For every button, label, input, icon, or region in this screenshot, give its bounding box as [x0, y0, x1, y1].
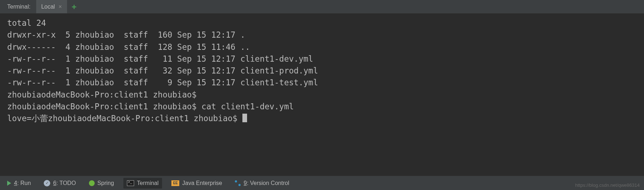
- tool-todo[interactable]: ✓ 6: TODO: [44, 180, 76, 186]
- watermark: https://blog.csdn.net/qwe86314: [575, 182, 640, 188]
- plus-icon: +: [72, 2, 76, 11]
- terminal-prompt: love=小蕾zhoubiaodeMacBook-Pro:client1 zho…: [7, 114, 242, 123]
- tool-label: 6: TODO: [53, 180, 76, 186]
- spring-icon: [89, 180, 95, 186]
- tool-label: 9: Version Control: [243, 180, 289, 186]
- terminal-line: zhoubiaodeMacBook-Pro:client1 zhoubiao$ …: [7, 102, 294, 111]
- add-tab-button[interactable]: +: [67, 0, 81, 13]
- vcs-icon: [235, 180, 241, 186]
- tab-label: Local: [41, 4, 55, 10]
- terminal-line: zhoubiaodeMacBook-Pro:client1 zhoubiao$: [7, 90, 202, 99]
- terminal-header: Terminal: Local × +: [0, 0, 644, 14]
- terminal-line: total 24: [7, 18, 46, 28]
- terminal-line: -rw-r--r-- 1 zhoubiao staff 32 Sep 15 12…: [7, 66, 318, 75]
- terminal-tab-local[interactable]: Local ×: [36, 0, 67, 13]
- tool-label: Terminal: [137, 180, 158, 186]
- terminal-line: -rw-r--r-- 1 zhoubiao staff 11 Sep 15 12…: [7, 54, 313, 63]
- terminal-line: drwx------ 4 zhoubiao staff 128 Sep 15 1…: [7, 42, 250, 52]
- tool-label: Spring: [98, 180, 114, 186]
- tool-window-bar: 4: Run ✓ 6: TODO Spring Terminal EE Java…: [0, 176, 644, 190]
- tool-java-enterprise[interactable]: EE Java Enterprise: [171, 180, 222, 186]
- tool-label: 4: Run: [14, 180, 31, 186]
- tool-label: Java Enterprise: [182, 180, 222, 186]
- terminal-output[interactable]: total 24 drwxr-xr-x 5 zhoubiao staff 160…: [0, 14, 644, 128]
- cursor-icon: [242, 114, 247, 122]
- todo-icon: ✓: [44, 180, 50, 186]
- tool-run[interactable]: 4: Run: [7, 180, 31, 186]
- terminal-line: drwxr-xr-x 5 zhoubiao staff 160 Sep 15 1…: [7, 30, 245, 39]
- java-ee-icon: EE: [171, 180, 179, 186]
- terminal-line: -rw-r--r-- 1 zhoubiao staff 9 Sep 15 12:…: [7, 78, 318, 87]
- tool-version-control[interactable]: 9: Version Control: [235, 180, 289, 186]
- terminal-icon: [127, 180, 134, 186]
- terminal-panel-label: Terminal:: [0, 4, 36, 10]
- tool-spring[interactable]: Spring: [89, 180, 114, 186]
- close-icon[interactable]: ×: [58, 4, 62, 10]
- run-icon: [7, 181, 11, 186]
- tool-terminal[interactable]: Terminal: [123, 178, 162, 189]
